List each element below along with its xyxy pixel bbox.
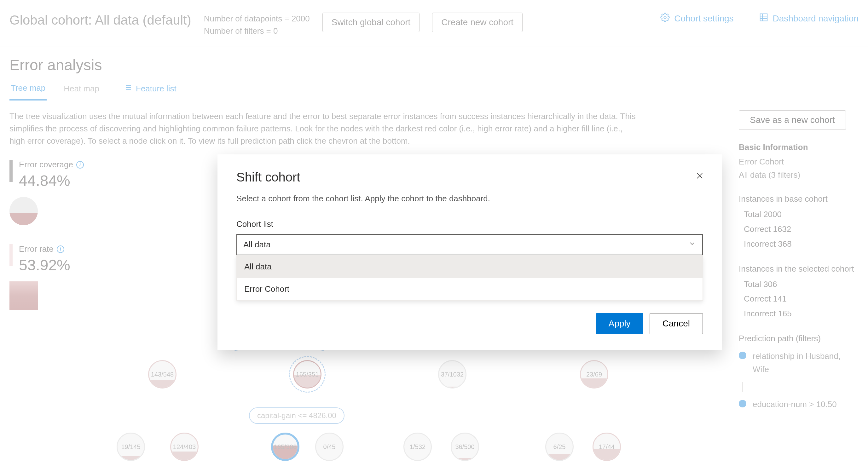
chevron-down-icon [688, 240, 696, 250]
dropdown-value: All data [243, 240, 271, 250]
apply-button[interactable]: Apply [596, 313, 643, 334]
cohort-list-dropdown[interactable]: All data [237, 234, 703, 255]
dropdown-options: All data Error Cohort [237, 255, 703, 301]
cancel-button[interactable]: Cancel [650, 313, 703, 334]
modal-description: Select a cohort from the cohort list. Ap… [237, 194, 703, 203]
close-icon[interactable] [693, 169, 706, 183]
dropdown-option[interactable]: Error Cohort [237, 278, 703, 300]
modal-title: Shift cohort [237, 170, 703, 184]
cohort-list-label: Cohort list [237, 219, 703, 229]
shift-cohort-modal: Shift cohort Select a cohort from the co… [217, 154, 722, 350]
dropdown-option[interactable]: All data [237, 255, 703, 278]
